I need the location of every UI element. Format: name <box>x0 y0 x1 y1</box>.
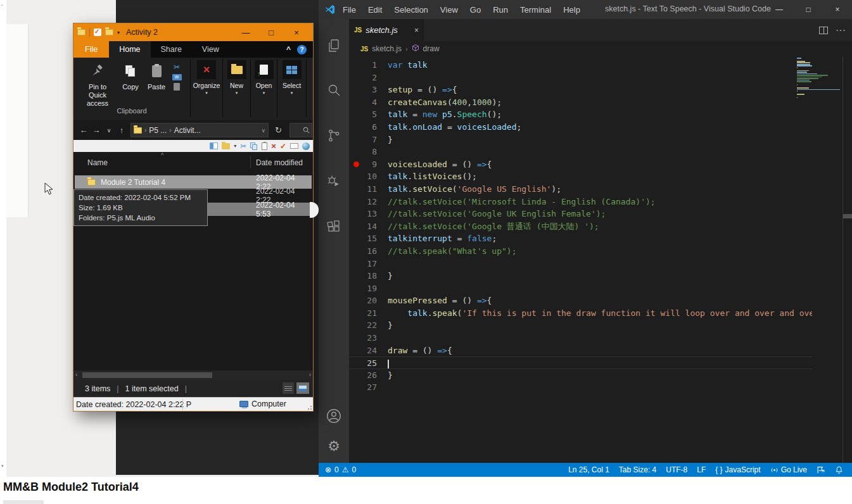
tab-home[interactable]: Home <box>109 41 150 58</box>
paste-icon[interactable] <box>262 142 267 150</box>
breadcrumb-activity[interactable]: Activit... <box>174 126 201 135</box>
eol-sequence[interactable]: LF <box>697 465 706 474</box>
forward-button[interactable]: → <box>90 125 103 135</box>
code-line-16[interactable]: 16//talk.speak("What's up"); <box>349 245 812 258</box>
scroll-left-icon[interactable]: ‹ <box>75 371 77 378</box>
menu-selection[interactable]: Selection <box>394 5 428 15</box>
code-line-24[interactable]: 24draw = () =>{ <box>349 344 812 357</box>
errors-count[interactable]: 0 <box>334 465 339 474</box>
code-line-22[interactable]: 22} <box>349 319 812 332</box>
close-button[interactable]: × <box>823 0 852 19</box>
paste-button[interactable]: Paste <box>144 61 168 91</box>
search-input[interactable] <box>289 123 312 137</box>
code-line-18[interactable]: 18} <box>349 270 812 282</box>
copy-path-icon[interactable]: W <box>172 74 182 80</box>
tab-close-icon[interactable]: × <box>414 26 419 35</box>
menu-help[interactable]: Help <box>563 5 580 15</box>
code-line-27[interactable]: 27 <box>349 381 812 394</box>
pin-to-quick-access-button[interactable]: Pin to Quick access <box>80 61 115 108</box>
code-line-2[interactable]: 2 <box>349 72 812 84</box>
settings-gear-icon[interactable]: ⚙ <box>319 431 349 462</box>
column-divider[interactable] <box>250 156 251 168</box>
account-icon[interactable] <box>319 401 349 431</box>
language-mode[interactable]: { } JavaScript <box>715 465 760 474</box>
notifications-bell-icon[interactable] <box>835 465 843 474</box>
code-line-25[interactable]: 25 <box>349 356 812 369</box>
scroll-right-icon[interactable]: › <box>309 371 311 378</box>
close-button[interactable]: × <box>284 28 309 37</box>
breadcrumb-file[interactable]: sketch.js <box>372 44 402 53</box>
code-line-1[interactable]: 1var talk <box>349 59 812 72</box>
tab-view[interactable]: View <box>192 41 229 58</box>
confirm-icon[interactable]: ✓ <box>280 142 286 151</box>
code-line-19[interactable]: 19 <box>349 282 812 295</box>
code-line-4[interactable]: 4createCanvas(400,1000); <box>349 96 812 109</box>
scrollbar-thumb[interactable] <box>843 214 852 218</box>
thumbnail-view-icon[interactable] <box>296 382 309 394</box>
go-live-button[interactable]: Go Live <box>770 465 807 474</box>
run-debug-icon[interactable] <box>319 166 349 196</box>
new-folder-icon[interactable] <box>222 143 230 149</box>
paste-shortcut-icon[interactable] <box>174 83 180 91</box>
rename-icon[interactable] <box>290 143 298 149</box>
horizontal-scrollbar[interactable]: ‹ › <box>73 370 313 380</box>
open-group-button[interactable]: Open ▾ <box>251 60 277 96</box>
menu-terminal[interactable]: Terminal <box>520 5 551 15</box>
delete-icon[interactable]: × <box>271 142 276 150</box>
minimize-button[interactable]: — <box>233 28 258 37</box>
menu-go[interactable]: Go <box>470 5 481 15</box>
menu-file[interactable]: File <box>343 5 356 15</box>
warnings-icon[interactable]: ⚠ <box>342 465 349 474</box>
code-line-10[interactable]: 10talk.listVoices(); <box>349 170 812 183</box>
code-line-23[interactable]: 23 <box>349 332 812 344</box>
collapse-ribbon-icon[interactable]: ^ <box>286 45 291 54</box>
errors-icon[interactable]: ⊗ <box>325 465 331 474</box>
breadcrumb-p5[interactable]: P5 ... <box>149 126 167 135</box>
organize-group-button[interactable]: × Organize ▾ <box>191 60 222 96</box>
properties-check-icon[interactable] <box>94 28 101 36</box>
explorer-titlebar[interactable]: ▾ Activity 2 — □ × <box>73 23 313 41</box>
preview-pane-icon[interactable] <box>210 142 218 149</box>
encoding[interactable]: UTF-8 <box>666 465 687 474</box>
code-line-21[interactable]: 21 talk.speak('If this is put in the dra… <box>349 307 812 320</box>
recent-locations-caret-icon[interactable]: ∨ <box>103 127 115 134</box>
tab-share[interactable]: Share <box>151 41 192 58</box>
menu-view[interactable]: View <box>440 5 458 15</box>
cut-icon[interactable]: ✂ <box>174 63 180 72</box>
help-button[interactable]: ? <box>297 45 307 54</box>
code-line-13[interactable]: 13//talk.setVoice('Google UK English Fem… <box>349 208 812 220</box>
breadcrumb-symbol[interactable]: draw <box>423 44 440 53</box>
address-field[interactable]: › P5 ... › Activit... ∨ <box>130 123 269 137</box>
extensions-icon[interactable] <box>319 211 349 242</box>
split-editor-icon[interactable] <box>819 27 828 34</box>
feedback-icon[interactable] <box>817 466 825 474</box>
copy-icon[interactable] <box>250 142 258 150</box>
copy-button[interactable]: Copy <box>119 61 142 91</box>
video-frame[interactable]: ▪ ▾ ▾ Activity 2 — □ × <box>0 0 852 477</box>
tab-file[interactable]: File <box>73 41 109 58</box>
new-group-button[interactable]: New ▾ <box>223 60 250 96</box>
globe-icon[interactable] <box>302 142 310 150</box>
code-line-6[interactable]: 6talk.onLoad = voicesLoaded; <box>349 121 812 134</box>
code-line-7[interactable]: 7} <box>349 134 812 146</box>
select-group-button[interactable]: Select ▾ <box>277 60 306 96</box>
source-control-icon[interactable] <box>319 120 349 151</box>
minimap[interactable] <box>797 58 841 100</box>
menu-edit[interactable]: Edit <box>368 5 382 15</box>
more-actions-icon[interactable]: ··· <box>836 25 846 36</box>
code-line-3[interactable]: 3setup = () =>{ <box>349 84 812 96</box>
code-line-20[interactable]: 20mousePressed = () =>{ <box>349 294 812 307</box>
maximize-button[interactable]: □ <box>794 0 823 19</box>
resize-grip[interactable] <box>307 405 312 410</box>
tab-sketch-js[interactable]: JS sketch.js × <box>349 19 424 41</box>
code-line-17[interactable]: 17 <box>349 258 812 270</box>
search-icon[interactable] <box>319 75 349 105</box>
code-line-11[interactable]: 11talk.setVoice('Google US English'); <box>349 183 812 196</box>
code-line-8[interactable]: 8 <box>349 146 812 158</box>
qat-customize-caret-icon[interactable]: ▾ <box>117 30 120 35</box>
code-line-12[interactable]: 12//talk.setVoice('Microsoft Linda - Eng… <box>349 196 812 208</box>
cut-icon[interactable]: ✂ <box>240 142 246 151</box>
scrollbar-thumb[interactable] <box>82 372 212 378</box>
cursor-position[interactable]: Ln 25, Col 1 <box>568 465 609 474</box>
back-button[interactable]: ← <box>77 125 90 135</box>
